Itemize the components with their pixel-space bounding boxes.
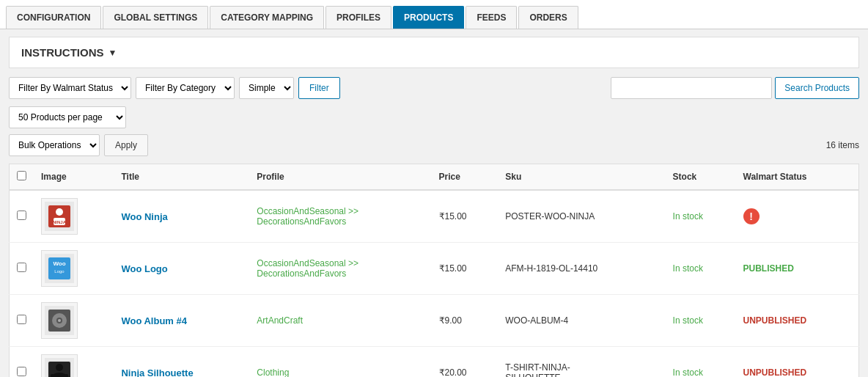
th-checkbox [10,164,34,191]
instructions-arrow: ▼ [108,48,117,58]
row-title-cell: Woo Ninja [114,190,249,243]
product-image [41,354,78,377]
table-header-row: Image Title Profile Price Sku Stock Walm… [10,164,859,191]
row-stock-cell: In stock [666,243,736,295]
row-checkbox[interactable] [17,211,26,220]
row-profile-cell: OccasionAndSeasonal >>DecorationsAndFavo… [249,190,431,243]
tab-global-settings[interactable]: GLOBAL SETTINGS [103,6,208,29]
tab-orders[interactable]: ORDERS [518,6,578,29]
instructions-bar: INSTRUCTIONS ▼ [9,37,859,68]
th-walmart-status: Walmart Status [736,164,859,191]
row-title-cell: Ninja Silhouette [114,347,249,378]
row-image-cell: NINJA [34,190,114,243]
product-image: Woo Logo [41,250,78,287]
tab-configuration[interactable]: CONFIGURATION [6,6,101,29]
perpage-row: 50 Products per page 10 Products per pag… [9,106,859,128]
row-checkbox-cell [10,190,34,243]
th-price: Price [432,164,499,191]
product-image: NINJA [41,198,78,235]
product-title-link[interactable]: Woo Ninja [121,211,167,222]
row-status-cell: UNPUBLISHED [736,295,859,347]
search-products-button[interactable]: Search Products [775,77,859,99]
filter-button[interactable]: Filter [298,77,340,99]
product-title-link[interactable]: Ninja Silhouette [121,367,193,378]
error-icon: ! [743,208,760,224]
table-row: Ninja Silhouette Clothing ₹20.00 T-SHIRT… [10,347,859,378]
row-sku-cell: AFM-H-1819-OL-14410 [498,243,665,295]
search-box: Search Products [611,77,859,99]
row-price-cell: ₹9.00 [432,295,499,347]
row-checkbox[interactable] [17,315,26,324]
perpage-select[interactable]: 50 Products per page 10 Products per pag… [9,106,126,128]
row-price-cell: ₹20.00 [432,347,499,378]
tab-category-mapping[interactable]: CATEGORY MAPPING [210,6,324,29]
row-profile-cell: Clothing [249,347,431,378]
instructions-title: INSTRUCTIONS [21,46,104,59]
row-sku-cell: T-SHIRT-NINJA-SILHOUETTE [498,347,665,378]
row-image-cell [34,347,114,378]
th-sku: Sku [498,164,665,191]
product-image [41,302,78,339]
row-title-cell: Woo Logo [114,243,249,295]
filter-row: Filter By Walmart Status Filter By Categ… [9,77,859,99]
profile-link[interactable]: ArtAndCraft [257,315,303,326]
status-published: PUBLISHED [743,263,794,274]
table-row: Woo Album #4 ArtAndCraft ₹9.00 WOO-ALBUM… [10,295,859,347]
nav-tabs: CONFIGURATION GLOBAL SETTINGS CATEGORY M… [0,0,868,29]
th-image: Image [34,164,114,191]
svg-rect-17 [51,374,54,377]
svg-point-2 [56,208,63,216]
profile-link[interactable]: OccasionAndSeasonal >>DecorationsAndFavo… [257,258,358,279]
row-profile-cell: OccasionAndSeasonal >>DecorationsAndFavo… [249,243,431,295]
product-title-link[interactable]: Woo Logo [121,263,167,274]
tab-profiles[interactable]: PROFILES [326,6,391,29]
row-image-cell: Woo Logo [34,243,114,295]
tab-products[interactable]: PRODUCTS [393,6,464,29]
walmart-status-filter[interactable]: Filter By Walmart Status [9,77,131,99]
svg-rect-18 [65,374,68,377]
row-checkbox[interactable] [17,263,26,272]
row-checkbox-cell [10,347,34,378]
row-stock-cell: In stock [666,347,736,378]
profile-link[interactable]: Clothing [257,367,289,377]
profile-link[interactable]: OccasionAndSeasonal >>DecorationsAndFavo… [257,206,358,227]
row-status-cell: ! [736,190,859,243]
row-status-cell: PUBLISHED [736,243,859,295]
row-checkbox-cell [10,243,34,295]
row-status-cell: UNPUBLISHED [736,347,859,378]
type-filter[interactable]: Simple [239,77,294,99]
row-stock-cell: In stock [666,295,736,347]
th-stock: Stock [666,164,736,191]
status-unpublished: UNPUBLISHED [743,315,807,326]
select-all-checkbox[interactable] [17,171,26,180]
th-profile: Profile [249,164,431,191]
row-checkbox[interactable] [17,367,26,376]
row-checkbox-cell [10,295,34,347]
row-price-cell: ₹15.00 [432,243,499,295]
tab-feeds[interactable]: FEEDS [466,6,517,29]
search-input[interactable] [611,77,772,99]
table-row: NINJA Woo Ninja OccasionAndSeasonal >>De… [10,190,859,243]
svg-point-13 [58,319,61,322]
main-content: INSTRUCTIONS ▼ Filter By Walmart Status … [0,29,868,377]
product-title-link[interactable]: Woo Album #4 [121,315,187,326]
bulk-row: Bulk Operations Apply 16 items [9,134,859,156]
row-price-cell: ₹15.00 [432,190,499,243]
category-filter[interactable]: Filter By Category [136,77,235,99]
apply-button[interactable]: Apply [104,134,148,156]
status-unpublished: UNPUBLISHED [743,367,807,377]
row-profile-cell: ArtAndCraft [249,295,431,347]
svg-point-16 [56,364,63,371]
row-title-cell: Woo Album #4 [114,295,249,347]
th-title: Title [114,164,249,191]
row-image-cell [34,295,114,347]
items-count: 16 items [826,140,859,150]
svg-text:Logo: Logo [54,269,65,274]
svg-text:Woo: Woo [53,260,65,267]
bulk-operations-select[interactable]: Bulk Operations [9,134,100,156]
row-sku-cell: WOO-ALBUM-4 [498,295,665,347]
table-row: Woo Logo Woo Logo OccasionAndSeasonal >>… [10,243,859,295]
svg-text:NINJA: NINJA [53,220,67,224]
products-table: Image Title Profile Price Sku Stock Walm… [9,164,859,377]
row-stock-cell: In stock [666,190,736,243]
